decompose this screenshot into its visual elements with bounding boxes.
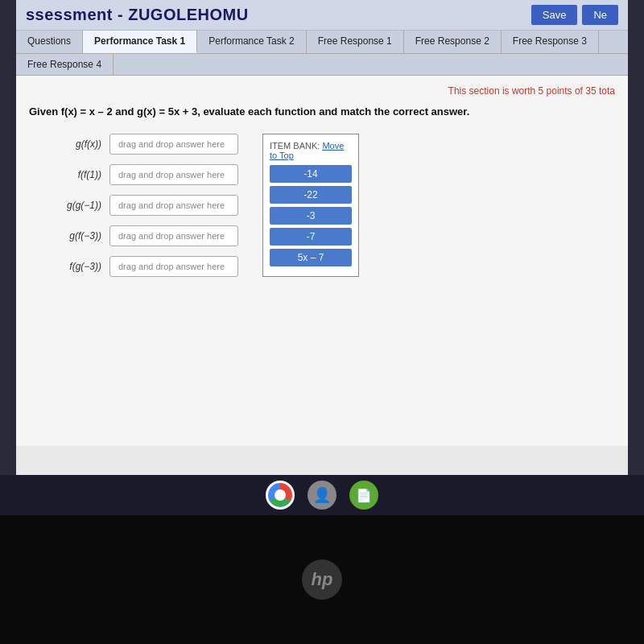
header-bar: ssessment - ZUGOLEHOMU Save Ne xyxy=(16,0,628,31)
tab-free-resp-1[interactable]: Free Response 1 xyxy=(307,31,404,53)
tab-bar-row2: Free Response 4 xyxy=(16,54,628,76)
tab-perf-task-2[interactable]: Performance Task 2 xyxy=(197,31,307,53)
match-row-4: f(g(−3)) drag and drop answer here xyxy=(45,256,238,277)
drop-zone-3[interactable]: drag and drop answer here xyxy=(109,225,238,246)
matching-container: g(f(x)) drag and drop answer here f(f(1)… xyxy=(29,134,615,277)
item-bank: ITEM BANK: Move to Top -14 -22 -3 -7 5x … xyxy=(262,134,359,277)
match-label-4: f(g(−3)) xyxy=(45,261,101,272)
files-icon[interactable]: 📄 xyxy=(349,481,378,510)
question-text: Given f(x) = x – 2 and g(x) = 5x + 3, ev… xyxy=(29,105,615,119)
bottom-bar: hp xyxy=(0,515,644,644)
hp-logo: hp xyxy=(302,559,342,600)
answer-chip-1[interactable]: -22 xyxy=(270,186,352,204)
tab-questions[interactable]: Questions xyxy=(16,31,83,53)
tab-free-resp-3[interactable]: Free Response 3 xyxy=(502,31,599,53)
item-bank-label: ITEM BANK: xyxy=(270,141,320,151)
drop-zone-2[interactable]: drag and drop answer here xyxy=(109,195,238,216)
page-title: ssessment - ZUGOLEHOMU xyxy=(26,6,249,24)
taskbar: 👤 📄 xyxy=(0,475,644,515)
match-label-3: g(f(−3)) xyxy=(45,230,101,242)
answer-chip-0[interactable]: -14 xyxy=(270,165,352,183)
match-row-2: g(g(−1)) drag and drop answer here xyxy=(45,195,238,216)
tab-perf-task-1[interactable]: Performance Task 1 xyxy=(83,31,197,53)
save-button[interactable]: Save xyxy=(531,5,578,25)
match-label-0: g(f(x)) xyxy=(45,138,101,150)
match-row-1: f(f(1)) drag and drop answer here xyxy=(45,164,238,185)
match-row-3: g(f(−3)) drag and drop answer here xyxy=(45,225,238,246)
tab-free-resp-2[interactable]: Free Response 2 xyxy=(404,31,502,53)
item-bank-header: ITEM BANK: Move to Top xyxy=(270,141,352,160)
drop-zone-0[interactable]: drag and drop answer here xyxy=(109,134,238,155)
drop-zone-4[interactable]: drag and drop answer here xyxy=(109,256,238,277)
match-row-0: g(f(x)) drag and drop answer here xyxy=(45,134,238,155)
chrome-icon[interactable] xyxy=(266,481,295,510)
answer-chip-3[interactable]: -7 xyxy=(270,228,352,246)
answer-chip-2[interactable]: -3 xyxy=(270,207,352,225)
header-buttons: Save Ne xyxy=(531,5,618,25)
answer-chip-4[interactable]: 5x – 7 xyxy=(270,249,352,266)
drop-zone-1[interactable]: drag and drop answer here xyxy=(109,164,238,185)
tab-bar-row1: Questions Performance Task 1 Performance… xyxy=(16,31,628,54)
tab-free-resp-4[interactable]: Free Response 4 xyxy=(16,54,114,75)
user-icon[interactable]: 👤 xyxy=(308,481,336,510)
section-info: This section is worth 5 points of 35 tot… xyxy=(29,85,615,97)
next-button[interactable]: Ne xyxy=(582,5,618,25)
matching-left: g(f(x)) drag and drop answer here f(f(1)… xyxy=(45,134,238,277)
match-label-1: f(f(1)) xyxy=(45,169,101,180)
content-area: This section is worth 5 points of 35 tot… xyxy=(16,76,628,446)
match-label-2: g(g(−1)) xyxy=(45,200,101,211)
